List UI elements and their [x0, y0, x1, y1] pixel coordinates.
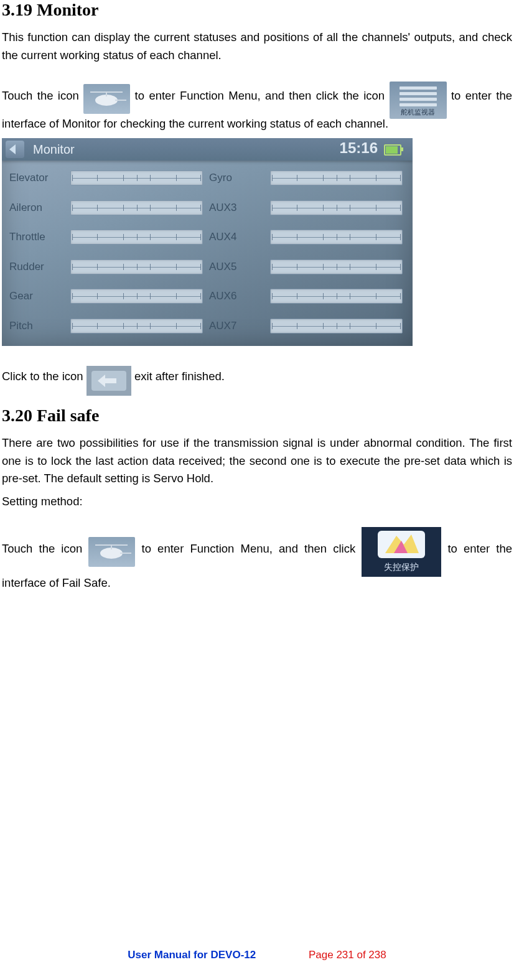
svg-rect-2 [106, 91, 107, 96]
ch-label: AUX6 [209, 290, 270, 302]
ch-label: Rudder [9, 261, 70, 273]
text-fragment: to enter Function Menu, and then click [142, 542, 362, 555]
clock-text: 15:16 [340, 139, 378, 157]
section1-p3: Click to the icon exit after finished. [2, 362, 512, 392]
section2-p3: Touch the icon to enter Function Menu, a… [2, 525, 512, 592]
ch-bar [70, 200, 203, 215]
ch-label: Elevator [9, 172, 70, 184]
ch-bar [270, 289, 403, 304]
ch-bar [70, 170, 203, 185]
section2-p1: There are two possibilities for use if t… [2, 434, 512, 488]
ch-bar [70, 230, 203, 245]
ch-bar [70, 319, 203, 334]
ch-bar [70, 289, 203, 304]
ch-label: Gear [9, 290, 70, 302]
screenshot-title: Monitor [33, 142, 75, 157]
footer-page: Page 231 of 238 [309, 949, 386, 961]
icon-caption: 失控保护 [362, 561, 441, 574]
svg-rect-9 [111, 544, 112, 549]
text-fragment: to enter Function Menu, and then click t… [135, 89, 390, 102]
ch-bar [270, 319, 403, 334]
monitor-screenshot: Monitor 15:16 Elevator Aileron Throttle … [2, 138, 413, 346]
battery-icon [384, 144, 401, 156]
ch-label: Aileron [9, 202, 70, 214]
failsafe-icon[interactable]: 失控保护 [362, 527, 441, 577]
left-column: Elevator Aileron Throttle Rudder Gear Pi… [9, 163, 203, 341]
footer-title: User Manual for DEVO-12 [128, 949, 256, 961]
page-footer: User Manual for DEVO-12 Page 231 of 238 [0, 949, 514, 961]
exit-icon[interactable] [86, 366, 131, 396]
svg-rect-3 [115, 100, 126, 101]
ch-bar [270, 259, 403, 274]
text-fragment: Touch the icon [2, 542, 88, 555]
ch-label: AUX5 [209, 261, 270, 273]
function-menu-heli-icon[interactable] [83, 84, 130, 114]
section1-p2: Touch the icon to enter Function Menu, a… [2, 78, 512, 133]
section2-p2: Setting method: [2, 493, 512, 511]
svg-rect-10 [120, 553, 131, 554]
text-fragment: Click to the icon [2, 370, 86, 383]
ch-bar [270, 170, 403, 185]
ch-label: AUX3 [209, 202, 270, 214]
ch-label: Pitch [9, 320, 70, 332]
ch-bar [70, 259, 203, 274]
ch-label: AUX4 [209, 231, 270, 243]
icon-caption: 舵机监视器 [390, 107, 447, 118]
text-fragment: exit after finished. [134, 370, 225, 383]
section1-p1: This function can display the current st… [2, 29, 512, 64]
right-column: Gyro AUX3 AUX4 AUX5 AUX6 AUX7 [209, 163, 403, 341]
ch-label: AUX7 [209, 320, 270, 332]
ch-bar [270, 230, 403, 245]
section-heading-monitor: 3.19 Monitor [2, 0, 512, 20]
back-icon [6, 141, 24, 158]
ch-bar [270, 200, 403, 215]
servo-monitor-icon[interactable]: 舵机监视器 [390, 82, 447, 119]
text-fragment: Touch the icon [2, 89, 83, 102]
function-menu-heli-icon[interactable] [88, 537, 135, 567]
section-heading-failsafe: 3.20 Fail safe [2, 406, 512, 426]
ch-label: Gyro [209, 172, 270, 184]
ch-label: Throttle [9, 231, 70, 243]
